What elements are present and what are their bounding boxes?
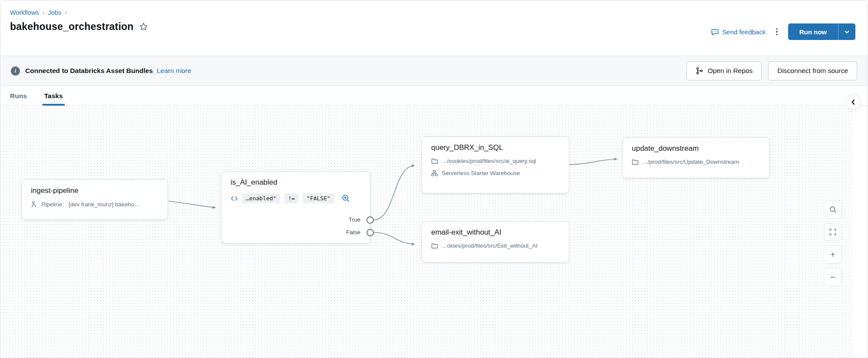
page-title: bakehouse_orchestration bbox=[10, 21, 134, 33]
collapsed-side-panel bbox=[851, 106, 868, 358]
task-source-path: ...okies/prod/files/src/Exit_without_AI bbox=[442, 242, 538, 249]
job-tabs: Runs Tasks bbox=[0, 86, 868, 106]
run-now-split-button: Run now bbox=[788, 23, 855, 40]
condition-left-operand: …enabled" bbox=[242, 193, 280, 203]
star-icon bbox=[139, 22, 148, 31]
info-icon: i bbox=[11, 66, 20, 76]
tasks-main: ingest-pipeline Pipeline: [dev frank_mun… bbox=[0, 106, 868, 358]
folder-icon bbox=[431, 243, 438, 249]
task-title: ingest-pipeline bbox=[31, 186, 158, 195]
task-dag-canvas[interactable]: ingest-pipeline Pipeline: [dev frank_mun… bbox=[0, 106, 851, 358]
breadcrumb: Workflows › Jobs › bbox=[10, 9, 868, 16]
chevron-down-icon bbox=[844, 29, 850, 35]
task-title: update_downstream bbox=[632, 144, 760, 153]
canvas-search-button[interactable] bbox=[824, 200, 842, 219]
magnifier-plus-icon bbox=[342, 194, 350, 202]
condition-right-operand: "FALSE" bbox=[303, 193, 334, 203]
run-now-dropdown-button[interactable] bbox=[838, 23, 855, 40]
tab-runs[interactable]: Runs bbox=[10, 86, 27, 106]
breadcrumb-jobs-link[interactable]: Jobs bbox=[48, 9, 61, 16]
pipeline-icon bbox=[31, 201, 37, 208]
breadcrumb-separator: › bbox=[65, 9, 67, 16]
task-node-email-exit-without-ai[interactable]: email-exit_without_AI ...okies/prod/file… bbox=[422, 221, 569, 262]
open-in-repos-label: Open in Repos bbox=[708, 67, 752, 75]
true-output-port[interactable] bbox=[366, 216, 374, 224]
canvas-fit-view-button[interactable] bbox=[824, 223, 842, 241]
send-feedback-label: Send feedback bbox=[722, 28, 766, 36]
expand-expression-button[interactable] bbox=[342, 194, 350, 202]
task-node-is-ai-enabled[interactable]: is_AI_enabled …enabled" != "FALSE" bbox=[221, 171, 370, 244]
task-title: email-exit_without_AI bbox=[431, 228, 560, 237]
folder-icon bbox=[431, 158, 438, 164]
feedback-bubble-icon bbox=[711, 28, 719, 36]
false-branch-label: False bbox=[346, 229, 360, 235]
git-branch-icon bbox=[696, 67, 703, 75]
code-brackets-icon bbox=[231, 196, 238, 202]
magnifier-icon bbox=[829, 206, 837, 213]
disconnect-label: Disconnect from source bbox=[777, 67, 848, 75]
minus-icon: − bbox=[830, 272, 835, 282]
tab-tasks[interactable]: Tasks bbox=[44, 86, 63, 106]
task-source-path: .../prod/files/src/Update_Downstream bbox=[643, 159, 739, 165]
true-branch-label: True bbox=[349, 216, 360, 223]
header-actions: Send feedback Run now bbox=[711, 23, 855, 40]
more-actions-button[interactable] bbox=[772, 26, 781, 38]
task-node-ingest-pipeline[interactable]: ingest-pipeline Pipeline: [dev frank_mun… bbox=[21, 179, 168, 220]
disconnect-from-source-button[interactable]: Disconnect from source bbox=[768, 61, 857, 80]
banner-message: Connected to Databricks Asset Bundles bbox=[25, 67, 153, 75]
folder-icon bbox=[632, 159, 639, 165]
run-now-button[interactable]: Run now bbox=[788, 23, 838, 40]
open-in-repos-button[interactable]: Open in Repos bbox=[686, 61, 762, 80]
task-title: is_AI_enabled bbox=[231, 178, 361, 187]
canvas-zoom-in-button[interactable]: + bbox=[824, 245, 842, 264]
sql-warehouse-icon bbox=[431, 170, 438, 176]
condition-operator: != bbox=[284, 193, 299, 203]
false-output-port[interactable] bbox=[366, 229, 374, 236]
fullscreen-icon bbox=[829, 229, 836, 235]
breadcrumb-workflows-link[interactable]: Workflows bbox=[10, 9, 39, 16]
breadcrumb-separator: › bbox=[43, 9, 45, 16]
send-feedback-link[interactable]: Send feedback bbox=[711, 28, 766, 36]
task-node-update-downstream[interactable]: update_downstream .../prod/files/src/Upd… bbox=[622, 137, 770, 178]
task-type-label: Pipeline: bbox=[41, 201, 64, 208]
task-node-query-dbrx-in-sql[interactable]: query_DBRX_in_SQL .../cookies/prod/files… bbox=[422, 136, 569, 193]
task-source-path: .../cookies/prod/files/src/ai_query.sql bbox=[442, 158, 536, 164]
learn-more-link[interactable]: Learn more bbox=[157, 67, 191, 75]
page-header: Workflows › Jobs › bakehouse_orchestrati… bbox=[0, 0, 868, 56]
asset-bundles-banner: i Connected to Databricks Asset Bundles … bbox=[0, 56, 868, 86]
job-detail-page: Workflows › Jobs › bakehouse_orchestrati… bbox=[0, 0, 868, 358]
task-warehouse-name: Serverless Starter Warehouse bbox=[442, 170, 520, 176]
task-title: query_DBRX_in_SQL bbox=[431, 143, 560, 152]
plus-icon: + bbox=[830, 249, 835, 260]
favorite-button[interactable] bbox=[139, 22, 148, 31]
collapse-side-panel-button[interactable] bbox=[845, 94, 861, 109]
chevron-left-icon bbox=[850, 99, 856, 105]
canvas-zoom-out-button[interactable]: − bbox=[824, 268, 842, 286]
banner-actions: Open in Repos Disconnect from source bbox=[686, 61, 857, 80]
task-pipeline-name: [dev frank_munz] bakeho… bbox=[69, 201, 140, 208]
